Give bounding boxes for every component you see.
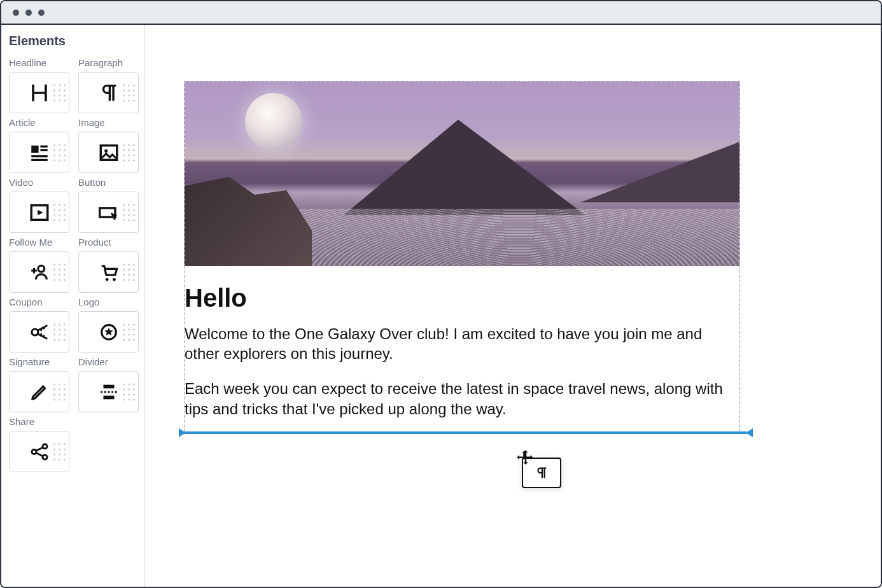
drag-grip-icon: [53, 323, 66, 340]
element-tile-image[interactable]: [78, 132, 139, 173]
svg-point-5: [38, 265, 44, 272]
drop-line: [185, 431, 747, 434]
window-zoom-dot[interactable]: [38, 10, 45, 16]
element-label-article: Article: [9, 117, 69, 128]
element-label-logo: Logo: [78, 297, 139, 307]
planet-graphic: [245, 93, 302, 150]
drag-grip-icon: [123, 204, 135, 221]
drag-grip-icon: [53, 204, 66, 221]
element-tile-video[interactable]: [9, 192, 69, 233]
svg-rect-0: [31, 145, 38, 152]
mountain-graphic: [580, 142, 739, 202]
element-tile-divider[interactable]: [78, 371, 139, 412]
element-tile-button[interactable]: [78, 192, 139, 233]
drag-grip-icon: [53, 84, 66, 101]
app-window: Elements Headline Paragraph: [0, 0, 882, 588]
svg-rect-10: [103, 384, 114, 388]
drag-grip-icon: [123, 84, 135, 101]
email-headline[interactable]: Hello: [185, 284, 739, 312]
element-label-video: Video: [9, 177, 69, 188]
element-tile-coupon[interactable]: [9, 311, 69, 353]
element-label-divider: Divider: [78, 356, 139, 367]
element-label-signature: Signature: [9, 356, 69, 367]
element-tile-product[interactable]: [78, 251, 139, 293]
drag-grip-icon: [53, 383, 66, 400]
window-minimize-dot[interactable]: [25, 10, 32, 16]
email-paragraph[interactable]: Welcome to the One Galaxy Over club! I a…: [185, 324, 739, 363]
drag-grip-icon: [123, 323, 135, 340]
divider-icon: [98, 381, 120, 403]
logo-icon: [98, 321, 120, 343]
element-tile-paragraph[interactable]: [78, 72, 139, 113]
drag-grip-icon: [53, 263, 66, 281]
drag-grip-icon: [123, 263, 135, 281]
share-icon: [29, 441, 50, 463]
paragraph-icon: [535, 466, 549, 480]
mountain-graphic: [344, 120, 585, 215]
window-titlebar: [1, 1, 881, 25]
headline-icon: [29, 82, 50, 104]
video-icon: [29, 202, 50, 223]
coupon-icon: [29, 321, 50, 343]
email-content-block[interactable]: Hello Welcome to the One Galaxy Over clu…: [184, 81, 740, 432]
element-label-product: Product: [78, 237, 139, 248]
image-icon: [98, 142, 120, 164]
element-label-paragraph: Paragraph: [78, 57, 139, 68]
button-icon: [98, 202, 120, 223]
element-label-coupon: Coupon: [9, 297, 69, 307]
element-label-headline: Headline: [9, 57, 69, 68]
element-tile-logo[interactable]: [78, 311, 139, 353]
panel-title: Elements: [9, 34, 136, 48]
article-icon: [29, 142, 50, 164]
email-paragraph[interactable]: Each week you can expect to receive the …: [185, 379, 739, 418]
element-label-image: Image: [78, 117, 139, 128]
element-tile-article[interactable]: [9, 132, 69, 173]
follow-me-icon: [29, 262, 50, 283]
drag-grip-icon: [53, 443, 66, 460]
water-graphic: [299, 209, 739, 266]
rock-graphic: [185, 177, 312, 266]
drag-grip-icon: [53, 144, 66, 161]
editor-canvas[interactable]: Hello Welcome to the One Galaxy Over clu…: [144, 25, 881, 587]
paragraph-icon: [98, 82, 120, 104]
element-label-button: Button: [78, 177, 139, 188]
window-close-dot[interactable]: [13, 10, 19, 16]
move-cursor-icon: [516, 449, 535, 468]
svg-rect-11: [103, 395, 114, 399]
product-icon: [98, 262, 120, 283]
signature-icon: [29, 381, 50, 403]
hero-image[interactable]: [185, 81, 739, 266]
drag-grip-icon: [123, 383, 135, 400]
drop-arrow-right-icon: [746, 428, 753, 437]
elements-sidebar: Elements Headline Paragraph: [1, 25, 144, 587]
element-tile-headline[interactable]: [9, 72, 69, 113]
drag-grip-icon: [123, 144, 135, 161]
element-tile-follow-me[interactable]: [9, 251, 69, 293]
element-label-follow-me: Follow Me: [9, 237, 69, 248]
element-tile-share[interactable]: [9, 431, 69, 472]
element-label-share: Share: [9, 416, 69, 427]
svg-point-6: [105, 277, 108, 281]
svg-point-2: [104, 149, 108, 152]
element-tile-signature[interactable]: [9, 371, 69, 412]
svg-point-7: [113, 277, 116, 281]
